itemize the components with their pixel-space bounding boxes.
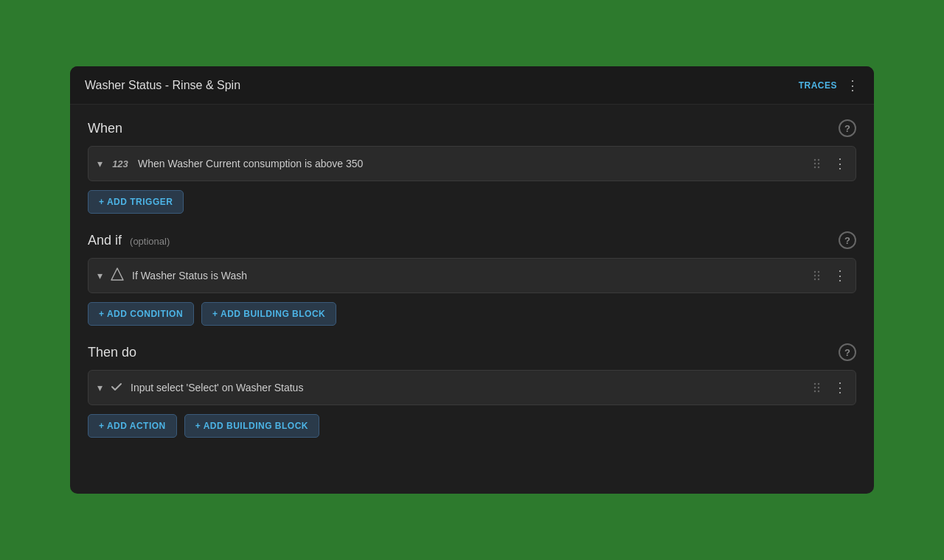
more-options-button[interactable]: ⋮ <box>846 79 859 92</box>
action-type-icon <box>110 380 123 396</box>
svg-point-16 <box>818 383 819 385</box>
svg-point-3 <box>818 159 819 161</box>
add-building-block-condition-button[interactable]: + ADD BUILDING BLOCK <box>201 302 336 326</box>
svg-point-12 <box>818 279 819 280</box>
svg-point-4 <box>818 163 819 164</box>
card-header: Washer Status - Rinse & Spin TRACES ⋮ <box>70 66 874 105</box>
andif-section-header: And if (optional) ? <box>88 231 856 249</box>
thendo-title: Then do <box>88 345 136 360</box>
svg-point-13 <box>814 383 816 385</box>
svg-point-5 <box>818 167 819 168</box>
when-title: When <box>88 121 122 136</box>
action-more-button[interactable]: ⋮ <box>833 379 847 396</box>
card-body: When ? ▾ 123 When Washer Current consump… <box>70 105 874 470</box>
thendo-help-icon[interactable]: ? <box>839 343 856 361</box>
add-condition-button[interactable]: + ADD CONDITION <box>88 302 194 326</box>
add-action-button[interactable]: + ADD ACTION <box>88 414 177 438</box>
svg-point-1 <box>814 163 816 164</box>
svg-point-7 <box>814 271 816 273</box>
when-section: When ? ▾ 123 When Washer Current consump… <box>88 119 856 214</box>
andif-help-icon[interactable]: ? <box>839 231 856 249</box>
trigger-more-button[interactable]: ⋮ <box>833 155 847 172</box>
andif-optional-label: (optional) <box>130 236 170 247</box>
action-row: ▾ Input select 'Select' on Washer Status… <box>88 370 856 405</box>
traces-button[interactable]: TRACES <box>799 80 837 91</box>
svg-point-15 <box>814 391 816 392</box>
automation-card: Washer Status - Rinse & Spin TRACES ⋮ Wh… <box>70 66 874 494</box>
svg-point-14 <box>814 387 816 388</box>
when-help-icon[interactable]: ? <box>839 119 856 137</box>
card-title: Washer Status - Rinse & Spin <box>85 79 240 92</box>
action-text: Input select 'Select' on Washer Status <box>131 382 804 393</box>
andif-section: And if (optional) ? ▾ If Washer Status i… <box>88 231 856 326</box>
svg-point-8 <box>814 275 816 276</box>
condition-type-icon <box>110 267 125 284</box>
thendo-action-bar: + ADD ACTION + ADD BUILDING BLOCK <box>88 414 856 438</box>
andif-title: And if (optional) <box>88 233 170 248</box>
svg-point-11 <box>818 275 819 276</box>
condition-row: ▾ If Washer Status is Wash ⋮ <box>88 258 856 293</box>
condition-drag-icon <box>811 270 823 281</box>
svg-point-18 <box>818 391 819 392</box>
condition-more-button[interactable]: ⋮ <box>833 267 847 284</box>
header-actions: TRACES ⋮ <box>799 79 859 92</box>
svg-point-9 <box>814 279 816 280</box>
svg-point-0 <box>814 159 816 161</box>
thendo-section: Then do ? ▾ Input select 'Select' on Was… <box>88 343 856 438</box>
svg-point-10 <box>818 271 819 273</box>
svg-point-2 <box>814 167 816 168</box>
add-trigger-button[interactable]: + ADD TRIGGER <box>88 190 184 214</box>
trigger-text: When Washer Current consumption is above… <box>138 158 804 169</box>
add-building-block-action-button[interactable]: + ADD BUILDING BLOCK <box>184 414 319 438</box>
thendo-section-header: Then do ? <box>88 343 856 361</box>
condition-chevron-icon[interactable]: ▾ <box>97 270 103 281</box>
trigger-chevron-icon[interactable]: ▾ <box>97 158 103 169</box>
condition-text: If Washer Status is Wash <box>132 270 804 281</box>
svg-point-17 <box>818 387 819 388</box>
trigger-type-icon: 123 <box>110 158 131 169</box>
action-drag-icon <box>811 382 823 393</box>
trigger-drag-icon <box>811 158 823 169</box>
trigger-row: ▾ 123 When Washer Current consumption is… <box>88 146 856 181</box>
andif-action-bar: + ADD CONDITION + ADD BUILDING BLOCK <box>88 302 856 326</box>
when-section-header: When ? <box>88 119 856 137</box>
action-chevron-icon[interactable]: ▾ <box>97 382 103 393</box>
svg-marker-6 <box>111 268 123 280</box>
